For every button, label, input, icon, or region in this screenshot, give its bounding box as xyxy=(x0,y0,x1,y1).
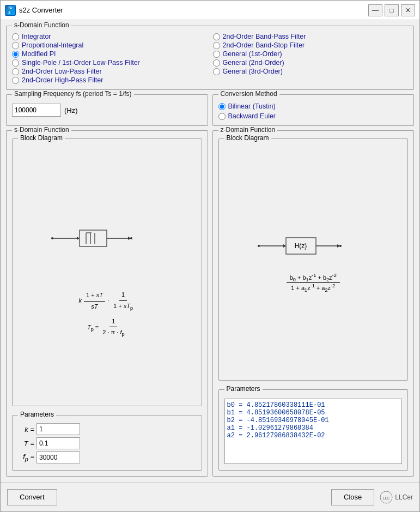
svg-point-9 xyxy=(51,237,53,239)
lowpass2-label: 2nd-Order Low-Pass Filter xyxy=(22,68,102,75)
svg-text:H(z): H(z) xyxy=(294,242,307,250)
llcer-text: LLCer xyxy=(395,493,413,501)
sampling-unit: (Hz) xyxy=(64,106,78,115)
z-block-diagram: Block Diagram H(z) xyxy=(218,138,409,381)
s-domain-function-group: s-Domain Function Integrator 2nd-Order B… xyxy=(6,26,414,90)
close-button[interactable]: Close xyxy=(331,489,374,505)
s-params-label: Parameters xyxy=(18,411,56,418)
radio-item-lowpass2[interactable]: 2nd-Order Low-Pass Filter xyxy=(12,68,208,75)
radio-item-general3[interactable]: General (3rd-Order) xyxy=(213,68,409,75)
convert-button[interactable]: Convert xyxy=(7,489,57,505)
bottom-right: Close LLC LLCer xyxy=(331,489,413,505)
param-k-input[interactable] xyxy=(36,423,80,435)
radio-item-highpass2[interactable]: 2nd-Order High-Pass Filter xyxy=(12,76,208,84)
s-block-diagram-label: Block Diagram xyxy=(18,134,65,142)
window-controls: — □ ✕ xyxy=(368,4,415,16)
param-fp-row: fp = xyxy=(18,451,196,463)
s-transfer-function: k 1 + sT sT · 1 1 + sTp xyxy=(79,290,135,339)
radio-item-bandpass2[interactable]: 2nd-Order Band-Pass Filter xyxy=(213,33,409,40)
conversion-group: Conversion Method Bilinear (Tustin) Back… xyxy=(212,94,415,126)
s-domain-options-grid: Integrator 2nd-Order Band-Pass Filter Pr… xyxy=(12,33,408,84)
close-window-button[interactable]: ✕ xyxy=(401,4,415,16)
svg-point-10 xyxy=(130,237,132,239)
pi-label: Proportional-Integral xyxy=(22,41,83,49)
bandpass2-label: 2nd-Order Band-Pass Filter xyxy=(223,33,306,40)
param-t-input[interactable] xyxy=(36,437,80,449)
main-window: S/z s2z Converter — □ ✕ s-Domain Functio… xyxy=(0,0,420,512)
svg-rect-2 xyxy=(80,230,107,246)
general3-label: General (3rd-Order) xyxy=(223,68,283,75)
s-domain-function-label: s-Domain Function xyxy=(12,21,71,29)
svg-point-17 xyxy=(258,245,260,247)
param-fp-label: fp = xyxy=(18,453,34,462)
s-params-box: Parameters k = T = fp = xyxy=(12,415,202,471)
z-domain-panel: z-Domain Function Block Diagram H(z) xyxy=(212,130,415,477)
radio-backward-euler[interactable]: Backward Euler xyxy=(218,112,409,120)
s-domain-panel: s-Domain Function Block Diagram xyxy=(6,130,208,477)
modpi-label: Modified PI xyxy=(22,50,56,58)
llcer-icon: LLC xyxy=(380,491,393,504)
param-k-row: k = xyxy=(18,423,196,435)
bottom-left: Convert xyxy=(7,489,57,505)
s-domain-svg xyxy=(47,206,167,287)
svg-text:LLC: LLC xyxy=(383,496,390,500)
bandstop2-label: 2nd-Order Band-Stop Filter xyxy=(223,41,305,49)
s-params-content: k = T = fp = xyxy=(18,423,196,463)
maximize-button[interactable]: □ xyxy=(385,4,399,16)
sampling-group: Sampling Frequency fs (period Ts = 1/fs)… xyxy=(6,94,208,126)
z-block-diagram-label: Block Diagram xyxy=(224,134,271,142)
singlepole-label: Single-Pole / 1st-Order Low-Pass Filter xyxy=(22,59,140,67)
z-diagram-content: H(z) b0 + b1z-1 + b2z-2 xyxy=(253,227,373,293)
radio-item-modpi[interactable]: Modified PI xyxy=(12,50,208,58)
minimize-button[interactable]: — xyxy=(368,4,382,16)
z-params-textarea[interactable] xyxy=(224,399,403,464)
radio-item-general1[interactable]: General (1st-Order) xyxy=(213,50,409,58)
integrator-label: Integrator xyxy=(22,33,51,40)
app-icon: S/z xyxy=(5,5,16,16)
backward-euler-label: Backward Euler xyxy=(228,112,276,120)
svg-point-18 xyxy=(339,245,342,247)
conversion-label: Conversion Method xyxy=(218,90,279,98)
radio-bilinear[interactable]: Bilinear (Tustin) xyxy=(218,103,409,110)
param-fp-input[interactable] xyxy=(36,451,80,463)
main-content: s-Domain Function Integrator 2nd-Order B… xyxy=(1,20,419,482)
llcer-logo: LLC LLCer xyxy=(380,491,413,504)
domain-panels-row: s-Domain Function Block Diagram xyxy=(6,130,414,477)
radio-item-pi[interactable]: Proportional-Integral xyxy=(12,41,208,49)
empty-cell xyxy=(213,76,409,84)
general2-label: General (2nd-Order) xyxy=(223,59,284,67)
z-params-label: Parameters xyxy=(224,385,263,393)
conversion-options: Bilinear (Tustin) Backward Euler xyxy=(218,103,409,120)
s-block-diagram: Block Diagram xyxy=(12,138,202,406)
radio-item-bandstop2[interactable]: 2nd-Order Band-Stop Filter xyxy=(213,41,409,49)
sampling-label: Sampling Frequency fs (period Ts = 1/fs) xyxy=(12,90,134,98)
bilinear-label: Bilinear (Tustin) xyxy=(228,103,276,110)
window-title: s2z Converter xyxy=(19,6,368,14)
general1-label: General (1st-Order) xyxy=(223,50,282,58)
z-transfer-function: b0 + b1z-1 + b2z-2 1 + a1z-1 + a2z-2 xyxy=(287,273,340,293)
sampling-frequency-input[interactable] xyxy=(12,104,61,117)
s-domain-panel-label: s-Domain Function xyxy=(12,126,71,134)
param-t-row: T = xyxy=(18,437,196,449)
title-bar: S/z s2z Converter — □ ✕ xyxy=(1,1,419,20)
radio-item-integrator[interactable]: Integrator xyxy=(12,33,208,40)
z-domain-svg: H(z) xyxy=(253,227,373,270)
sampling-input-row: (Hz) xyxy=(12,104,202,117)
param-k-label: k = xyxy=(18,425,34,433)
middle-row: Sampling Frequency fs (period Ts = 1/fs)… xyxy=(6,94,414,126)
radio-item-singlepole[interactable]: Single-Pole / 1st-Order Low-Pass Filter xyxy=(12,59,208,67)
s-diagram-content: k 1 + sT sT · 1 1 + sTp xyxy=(47,206,167,339)
highpass2-label: 2nd-Order High-Pass Filter xyxy=(22,76,103,84)
radio-item-general2[interactable]: General (2nd-Order) xyxy=(213,59,409,67)
z-domain-panel-label: z-Domain Function xyxy=(218,126,278,134)
bottom-bar: Convert Close LLC LLCer xyxy=(1,482,419,511)
param-t-label: T = xyxy=(18,439,34,448)
z-params-box: Parameters xyxy=(218,389,409,471)
